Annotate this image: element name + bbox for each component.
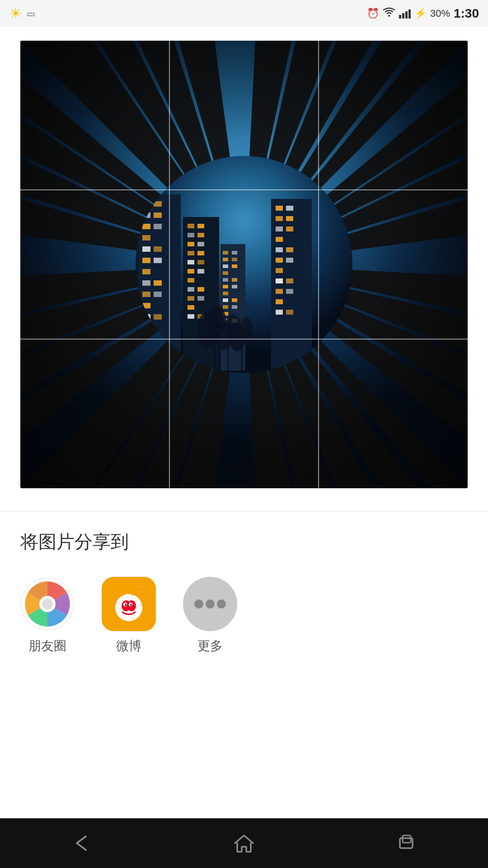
share-title: 将图片分享到	[20, 529, 468, 554]
more-label: 更多	[197, 637, 223, 655]
share-weibo-button[interactable]: 微博	[102, 577, 156, 655]
svg-point-0	[388, 15, 390, 17]
share-pengyouquan-button[interactable]: 朋友圈	[20, 577, 75, 655]
share-section: 将图片分享到 朋友圈	[0, 511, 488, 682]
svg-point-151	[206, 599, 215, 609]
weibo-icon	[102, 577, 156, 631]
recents-button[interactable]	[384, 825, 429, 861]
status-bar-right: ⏰ ⚡ 30% 1:30	[367, 6, 479, 21]
svg-point-152	[217, 599, 226, 609]
image-container	[0, 27, 488, 502]
alarm-icon: ⏰	[367, 8, 379, 19]
signal-bars-icon	[399, 9, 411, 19]
photo-frame	[20, 41, 468, 488]
share-apps-row: 朋友圈	[20, 577, 468, 655]
svg-rect-154	[403, 835, 411, 843]
weibo-label: 微博	[116, 637, 141, 655]
wifi-icon	[383, 7, 395, 20]
sim-card-icon: ▭	[27, 8, 35, 19]
back-icon	[70, 832, 93, 854]
clock-display: 1:30	[454, 6, 479, 21]
home-button[interactable]	[221, 825, 267, 861]
home-icon	[233, 832, 255, 854]
svg-rect-134	[20, 41, 468, 488]
svg-point-148	[130, 604, 132, 606]
recents-icon	[395, 832, 418, 854]
battery-icon: 30%	[430, 8, 450, 19]
svg-point-150	[194, 599, 203, 609]
svg-point-149	[131, 593, 134, 595]
pengyouquan-label: 朋友圈	[28, 637, 66, 655]
status-bar-left: ☀ ▭	[9, 5, 35, 22]
more-icon	[183, 577, 237, 631]
photo-svg	[20, 41, 468, 488]
svg-point-141	[42, 599, 53, 609]
sun-icon: ☀	[9, 5, 22, 22]
nav-bar	[0, 818, 488, 868]
back-button[interactable]	[59, 825, 104, 861]
pengyouquan-icon	[20, 577, 75, 631]
bolt-icon: ⚡	[414, 8, 427, 19]
svg-point-147	[125, 604, 127, 606]
status-bar: ☀ ▭ ⏰ ⚡ 30% 1:30	[0, 0, 488, 27]
share-more-button[interactable]: 更多	[183, 577, 237, 655]
